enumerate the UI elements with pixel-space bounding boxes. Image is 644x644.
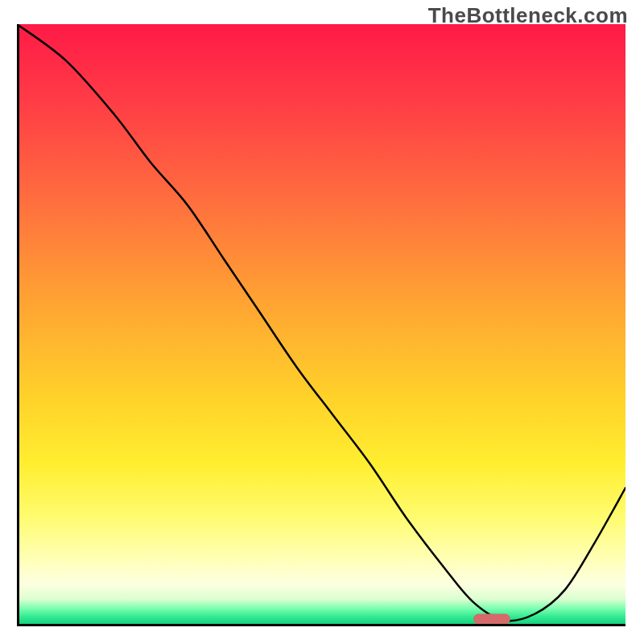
plot-area [17, 24, 625, 626]
watermark-text: TheBottleneck.com [428, 3, 628, 28]
optimal-point-marker [473, 614, 510, 625]
heat-gradient-background [17, 24, 625, 626]
chart-container: TheBottleneck.com [0, 0, 644, 644]
